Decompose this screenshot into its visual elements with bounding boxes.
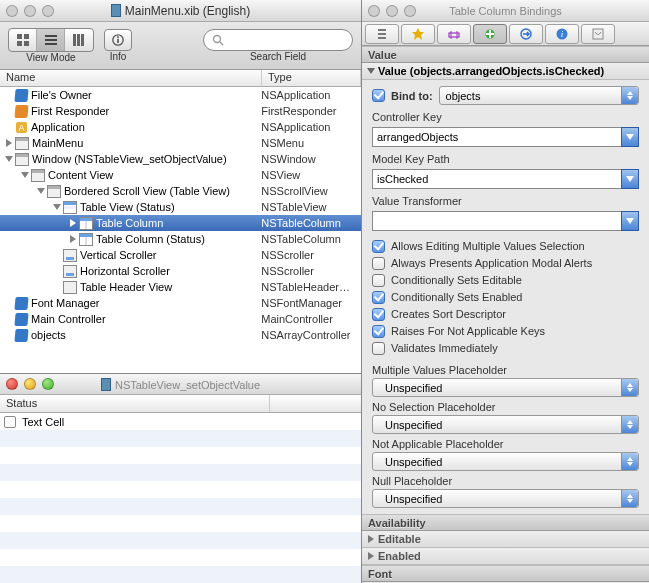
view-mode-segmented[interactable] [8,28,94,52]
table-row[interactable]: Text Cell [0,413,361,430]
option-checkbox[interactable] [372,274,385,287]
controller-key-input[interactable] [372,127,621,147]
table-row[interactable]: Content ViewNSView [0,167,361,183]
model-key-path-input[interactable] [372,169,621,189]
table-row[interactable]: Main ControllerMainController [0,311,361,327]
table-row[interactable]: AApplicationNSApplication [0,119,361,135]
table-row[interactable]: File's OwnerNSApplication [0,87,361,103]
table-row[interactable] [0,515,361,532]
effects-tab-icon[interactable] [401,24,435,44]
table-row[interactable] [0,481,361,498]
placeholder-popup[interactable]: Unspecified [372,452,639,471]
outline-body[interactable]: File's OwnerNSApplicationFirst Responder… [0,87,361,373]
scroller-icon [63,265,77,278]
option-row: Creates Sort Descriptor [372,306,639,322]
bind-to-checkbox[interactable] [372,89,385,102]
table-row[interactable]: Table Column (Status)NSTableColumn [0,231,361,247]
option-checkbox[interactable] [372,325,385,338]
table-row[interactable]: Vertical ScrollerNSScroller [0,247,361,263]
table-row[interactable]: Table Header ViewNSTableHeader… [0,279,361,295]
view-mode-icons-button[interactable] [9,29,37,51]
disclosure-triangle-icon[interactable] [368,552,374,560]
table-row[interactable]: Horizontal ScrollerNSScroller [0,263,361,279]
stepper-arrows-icon[interactable] [621,490,638,507]
applescript-tab-icon[interactable] [581,24,615,44]
view-mode-list-button[interactable] [37,29,65,51]
option-checkbox[interactable] [372,257,385,270]
table-row[interactable] [0,447,361,464]
search-input[interactable] [203,29,353,51]
table-row[interactable] [0,532,361,549]
preview-table-body[interactable]: Text Cell [0,413,361,583]
option-checkbox[interactable] [372,342,385,355]
dropdown-arrow-icon[interactable] [621,127,639,147]
table-row[interactable] [0,430,361,447]
table-row[interactable]: objectsNSArrayController [0,327,361,343]
bindings-tab-icon[interactable] [473,24,507,44]
table-row[interactable]: Window (NSTableView_setObjectValue)NSWin… [0,151,361,167]
value-transformer-field[interactable] [372,211,639,231]
table-row[interactable] [0,498,361,515]
disclosure-triangle-icon[interactable] [6,139,12,147]
stepper-arrows-icon[interactable] [621,416,638,433]
disclosure-triangle-icon[interactable] [53,204,61,210]
bind-to-popup[interactable]: objects [439,86,639,105]
tablecolumn-icon [79,233,93,246]
inspector-titlebar[interactable]: Table Column Bindings [362,0,649,22]
identity-tab-icon[interactable]: i [545,24,579,44]
value-transformer-input[interactable] [372,211,621,231]
svg-rect-9 [81,34,84,46]
document-titlebar[interactable]: MainMenu.xib (English) [0,0,361,22]
svg-line-14 [220,42,223,45]
connections-tab-icon[interactable] [509,24,543,44]
disclosure-triangle-icon[interactable] [368,535,374,543]
view-mode-columns-button[interactable] [65,29,93,51]
disclosure-triangle-icon[interactable] [70,235,76,243]
enabled-disclosure-row[interactable]: Enabled [362,548,649,565]
dropdown-arrow-icon[interactable] [621,211,639,231]
cube-icon [14,105,28,118]
svg-rect-4 [45,35,57,37]
font-section-header: Font [362,565,649,582]
column-name-header[interactable]: Name [0,70,262,86]
info-button[interactable] [104,29,132,51]
option-checkbox[interactable] [372,308,385,321]
controller-key-field[interactable] [372,127,639,147]
disclosure-triangle-icon[interactable] [70,219,76,227]
option-checkbox[interactable] [372,240,385,253]
table-row[interactable]: Table View (Status)NSTableView [0,199,361,215]
model-key-path-field[interactable] [372,169,639,189]
table-row[interactable] [0,566,361,583]
nib-file-icon [111,4,121,17]
nib-file-icon [101,378,111,391]
table-row[interactable] [0,464,361,481]
table-row[interactable] [0,549,361,566]
placeholder-popup[interactable]: Unspecified [372,489,639,508]
placeholder-popup[interactable]: Unspecified [372,378,639,397]
table-row[interactable]: Bordered Scroll View (Table View)NSScrol… [0,183,361,199]
placeholder-popup[interactable]: Unspecified [372,415,639,434]
table-row[interactable]: MainMenuNSMenu [0,135,361,151]
preview-titlebar[interactable]: NSTableView_setObjectValue [0,374,361,395]
column-type-header[interactable]: Type [262,70,361,86]
bind-to-value: objects [446,90,481,102]
row-type-label: NSArrayController [261,329,361,341]
checkbox-cell[interactable] [4,416,16,428]
disclosure-triangle-icon[interactable] [367,68,375,74]
table-row[interactable]: Table ColumnNSTableColumn [0,215,361,231]
empty-column-header[interactable] [270,395,361,412]
status-column-header[interactable]: Status [0,395,270,412]
attributes-tab-icon[interactable] [365,24,399,44]
stepper-arrows-icon[interactable] [621,453,638,470]
disclosure-triangle-icon[interactable] [5,156,13,162]
option-checkbox[interactable] [372,291,385,304]
table-row[interactable]: Font ManagerNSFontManager [0,295,361,311]
stepper-arrows-icon[interactable] [621,379,638,396]
value-disclosure-row[interactable]: Value (objects.arrangedObjects.isChecked… [362,63,649,80]
disclosure-triangle-icon[interactable] [21,172,29,178]
dropdown-arrow-icon[interactable] [621,169,639,189]
disclosure-triangle-icon[interactable] [37,188,45,194]
size-tab-icon[interactable] [437,24,471,44]
table-row[interactable]: First ResponderFirstResponder [0,103,361,119]
editable-disclosure-row[interactable]: Editable [362,531,649,548]
